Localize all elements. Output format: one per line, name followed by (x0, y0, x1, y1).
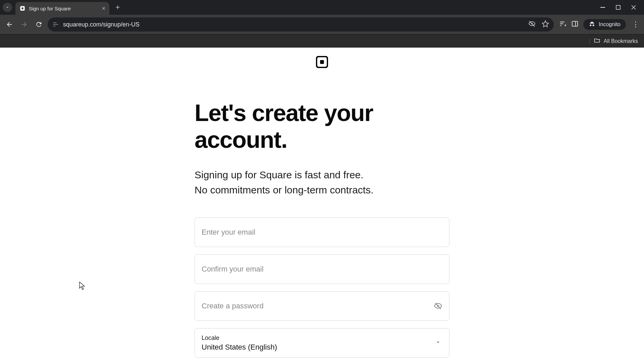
email-field-wrapper (195, 218, 449, 247)
window-controls (600, 4, 641, 10)
confirm-email-field-wrapper (195, 254, 449, 284)
svg-rect-8 (320, 60, 324, 64)
subhead-line-2: No commitments or long-term contracts. (195, 184, 373, 195)
incognito-label: Incognito (599, 21, 621, 27)
url-text: squareup.com/signup/en-US (63, 21, 524, 28)
browser-menu-button[interactable]: ⋮ (631, 20, 641, 29)
svg-rect-2 (600, 7, 605, 8)
close-window-button[interactable] (631, 4, 637, 10)
incognito-indicator[interactable]: Incognito (583, 19, 626, 30)
arrow-right-icon (20, 21, 28, 28)
bookmarks-bar: | All Bookmarks (0, 34, 644, 48)
signup-form: Let's create your account. Signing up fo… (188, 100, 456, 362)
back-button[interactable] (3, 18, 15, 31)
password-input[interactable] (202, 302, 442, 310)
tab-search-dropdown[interactable] (3, 3, 12, 12)
locale-select[interactable]: Locale United States (English) (195, 328, 449, 358)
eye-off-icon[interactable] (528, 20, 536, 29)
signup-page: Let's create your account. Signing up fo… (0, 48, 644, 362)
locale-label: Locale (202, 335, 442, 342)
address-bar[interactable]: squareup.com/signup/en-US (48, 17, 554, 32)
page-viewport[interactable]: Let's create your account. Signing up fo… (0, 48, 644, 362)
incognito-icon (589, 21, 595, 28)
folder-icon (594, 37, 600, 45)
password-field-wrapper (195, 291, 449, 321)
tab-title: Sign up for Square (29, 6, 98, 11)
square-favicon-icon (19, 5, 25, 11)
page-heading: Let's create your account. (195, 100, 449, 153)
svg-rect-1 (21, 7, 23, 9)
svg-rect-5 (572, 21, 578, 26)
page-subheading: Signing up for Square is fast and free. … (195, 167, 449, 197)
chevron-down-icon (434, 339, 442, 347)
all-bookmarks-button[interactable]: All Bookmarks (604, 38, 638, 44)
new-tab-button[interactable]: + (113, 2, 123, 12)
reload-icon (35, 21, 43, 28)
bookmark-star-icon[interactable] (542, 20, 549, 29)
site-settings-icon[interactable] (52, 21, 59, 28)
close-tab-button[interactable]: × (102, 5, 105, 12)
browser-tab[interactable]: Sign up for Square × (15, 2, 109, 15)
arrow-left-icon (6, 21, 13, 28)
side-panel-icon[interactable] (571, 20, 579, 29)
subhead-line-1: Signing up for Square is fast and free. (195, 169, 364, 180)
svg-rect-3 (616, 5, 620, 9)
password-visibility-toggle[interactable] (434, 302, 442, 310)
media-controls-icon[interactable] (559, 20, 567, 29)
forward-button[interactable] (18, 18, 30, 31)
maximize-button[interactable] (615, 4, 621, 10)
eye-off-icon (434, 302, 442, 310)
confirm-email-input[interactable] (202, 265, 442, 274)
square-logo-icon (316, 56, 328, 69)
email-input[interactable] (202, 228, 442, 237)
reload-button[interactable] (33, 18, 45, 31)
logo-container (0, 51, 644, 100)
tab-strip: Sign up for Square × + (0, 0, 644, 15)
locale-value: United States (English) (202, 343, 442, 352)
browser-toolbar: squareup.com/signup/en-US Incognito (0, 15, 644, 34)
browser-chrome: Sign up for Square × + squareup.com/sign… (0, 0, 644, 48)
minimize-button[interactable] (600, 4, 606, 10)
chevron-down-icon (5, 5, 10, 10)
